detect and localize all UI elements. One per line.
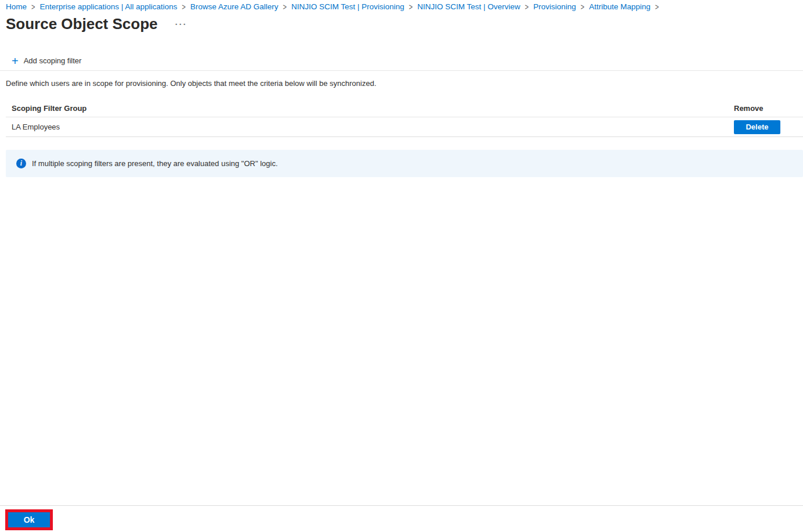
info-banner-text: If multiple scoping filters are present,… [32,159,278,168]
breadcrumb-separator-icon: > [581,2,584,11]
breadcrumb-item-home[interactable]: Home [6,2,27,11]
breadcrumb-separator-icon: > [655,2,658,11]
column-header-remove: Remove [734,104,780,113]
plus-icon: + [12,56,19,66]
breadcrumb-separator-icon: > [409,2,412,11]
annotation-highlight: Ok [5,509,53,530]
column-header-scoping-filter-group: Scoping Filter Group [6,104,734,113]
breadcrumb-separator-icon: > [182,2,185,11]
add-scoping-filter-label: Add scoping filter [24,56,82,65]
scoping-filter-group-name: LA Employees [6,123,734,131]
title-row: Source Object Scope ··· [6,15,188,33]
page-title: Source Object Scope [6,15,158,33]
breadcrumb-item-provisioning[interactable]: Provisioning [534,2,577,11]
info-icon: i [16,159,26,168]
footer-divider [0,505,803,506]
breadcrumb-item-browse-azure-ad-gallery[interactable]: Browse Azure AD Gallery [190,2,279,11]
toolbar: + Add scoping filter [0,51,803,71]
add-scoping-filter-button[interactable]: + Add scoping filter [12,51,81,70]
table-header-row: Scoping Filter Group Remove [6,99,803,117]
table-row-action-cell: Delete [734,120,780,134]
breadcrumb-separator-icon: > [525,2,528,11]
more-options-icon[interactable]: ··· [175,20,188,28]
page-description: Define which users are in scope for prov… [6,79,376,88]
breadcrumb: Home > Enterprise applications | All app… [6,2,659,11]
delete-button[interactable]: Delete [734,120,780,134]
breadcrumb-item-enterprise-applications[interactable]: Enterprise applications | All applicatio… [39,2,177,11]
breadcrumb-separator-icon: > [31,2,35,11]
breadcrumb-item-attribute-mapping[interactable]: Attribute Mapping [589,2,651,11]
breadcrumb-item-ninjio-scim-test-provisioning[interactable]: NINJIO SCIM Test | Provisioning [291,2,405,11]
breadcrumb-separator-icon: > [283,2,286,11]
scoping-filter-table: Scoping Filter Group Remove LA Employees… [6,99,803,137]
ok-button[interactable]: Ok [8,512,50,527]
breadcrumb-item-ninjio-scim-test-overview[interactable]: NINJIO SCIM Test | Overview [417,2,520,11]
info-banner: i If multiple scoping filters are presen… [6,150,803,177]
table-row: LA Employees Delete [6,117,803,137]
